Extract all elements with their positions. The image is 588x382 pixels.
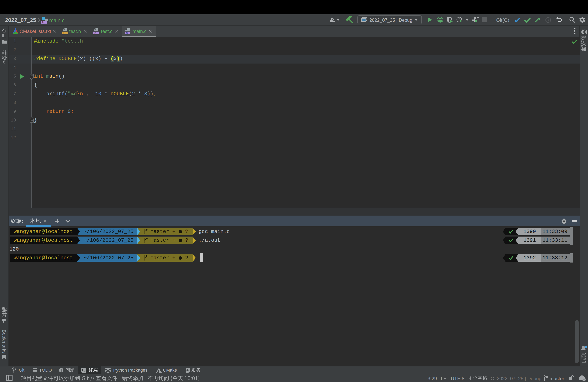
svg-text:C: C — [126, 32, 128, 35]
svg-text:C: C — [94, 32, 96, 35]
svg-text:H: H — [63, 32, 65, 35]
